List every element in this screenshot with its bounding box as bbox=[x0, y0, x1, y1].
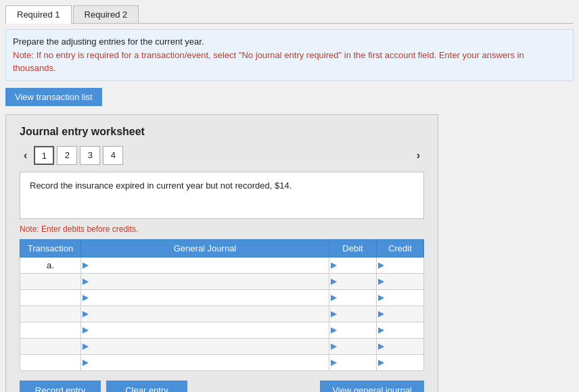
transaction-cell bbox=[20, 289, 81, 305]
debit-input[interactable] bbox=[329, 290, 376, 305]
transaction-cell bbox=[20, 338, 81, 354]
debit-cell[interactable]: ▶ bbox=[329, 289, 377, 305]
credit-cell[interactable]: ▶ bbox=[377, 257, 424, 273]
tab-required1[interactable]: Required 1 bbox=[5, 5, 72, 24]
instructions-box: Prepare the adjusting entries for the cu… bbox=[5, 29, 574, 81]
instructions-note: Note: If no entry is required for a tran… bbox=[13, 49, 566, 75]
general-journal-input[interactable] bbox=[81, 258, 329, 273]
view-general-journal-button[interactable]: View general journal bbox=[320, 381, 424, 393]
col-debit: Debit bbox=[329, 239, 377, 257]
tabs-bar: Required 1 Required 2 bbox=[5, 5, 574, 24]
debit-cell[interactable]: ▶ bbox=[329, 354, 377, 370]
debit-input[interactable] bbox=[329, 355, 376, 370]
clear-entry-button[interactable]: Clear entry bbox=[106, 381, 187, 393]
general-journal-cell[interactable]: ▶ bbox=[81, 322, 329, 338]
general-journal-input[interactable] bbox=[81, 274, 329, 289]
debit-input[interactable] bbox=[329, 306, 376, 322]
debit-input[interactable] bbox=[329, 322, 376, 338]
general-journal-cell[interactable]: ▶ bbox=[81, 354, 329, 370]
credit-cell[interactable]: ▶ bbox=[377, 322, 424, 338]
credit-cell[interactable]: ▶ bbox=[377, 338, 424, 354]
table-row: ▶▶▶ bbox=[20, 322, 424, 338]
worksheet-title: Journal entry worksheet bbox=[20, 126, 424, 138]
credit-input[interactable] bbox=[377, 322, 423, 338]
table-row: ▶▶▶ bbox=[20, 273, 424, 289]
worksheet-container: Journal entry worksheet ‹ 1 2 3 4 › Reco… bbox=[5, 114, 438, 393]
transaction-cell: a. bbox=[20, 257, 81, 273]
credit-input[interactable] bbox=[377, 355, 423, 370]
page-btn-4[interactable]: 4 bbox=[103, 146, 123, 165]
general-journal-cell[interactable]: ▶ bbox=[81, 257, 329, 273]
credit-cell[interactable]: ▶ bbox=[377, 354, 424, 370]
page-btn-1[interactable]: 1 bbox=[34, 146, 54, 165]
debit-input[interactable] bbox=[329, 258, 376, 273]
instructions-main: Prepare the adjusting entries for the cu… bbox=[13, 35, 566, 49]
general-journal-input[interactable] bbox=[81, 306, 329, 322]
tab-required2[interactable]: Required 2 bbox=[73, 5, 139, 23]
transaction-cell bbox=[20, 305, 81, 322]
nav-row: ‹ 1 2 3 4 › bbox=[20, 146, 424, 165]
page-btn-2[interactable]: 2 bbox=[57, 146, 77, 165]
view-transaction-button[interactable]: View transaction list bbox=[5, 88, 102, 106]
description-box: Record the insurance expired in current … bbox=[20, 172, 424, 219]
debit-cell[interactable]: ▶ bbox=[329, 338, 377, 354]
general-journal-cell[interactable]: ▶ bbox=[81, 289, 329, 305]
general-journal-cell[interactable]: ▶ bbox=[81, 273, 329, 289]
record-entry-button[interactable]: Record entry bbox=[20, 381, 101, 393]
credit-cell[interactable]: ▶ bbox=[377, 305, 424, 322]
bottom-buttons: Record entry Clear entry View general jo… bbox=[20, 381, 424, 393]
general-journal-cell[interactable]: ▶ bbox=[81, 338, 329, 354]
general-journal-cell[interactable]: ▶ bbox=[81, 305, 329, 322]
note-debits: Note: Enter debits before credits. bbox=[20, 224, 424, 234]
general-journal-input[interactable] bbox=[81, 355, 329, 370]
general-journal-input[interactable] bbox=[81, 290, 329, 305]
col-transaction: Transaction bbox=[20, 239, 81, 257]
prev-page-button[interactable]: ‹ bbox=[20, 148, 31, 163]
credit-input[interactable] bbox=[377, 274, 423, 289]
credit-cell[interactable]: ▶ bbox=[377, 289, 424, 305]
next-page-button[interactable]: › bbox=[413, 148, 424, 163]
general-journal-input[interactable] bbox=[81, 339, 329, 354]
transaction-cell bbox=[20, 354, 81, 370]
debit-cell[interactable]: ▶ bbox=[329, 273, 377, 289]
table-row: ▶▶▶ bbox=[20, 289, 424, 305]
debit-cell[interactable]: ▶ bbox=[329, 322, 377, 338]
debit-cell[interactable]: ▶ bbox=[329, 257, 377, 273]
debit-cell[interactable]: ▶ bbox=[329, 305, 377, 322]
transaction-cell bbox=[20, 322, 81, 338]
page-btn-3[interactable]: 3 bbox=[80, 146, 100, 165]
credit-cell[interactable]: ▶ bbox=[377, 273, 424, 289]
table-row: a.▶▶▶ bbox=[20, 257, 424, 273]
credit-input[interactable] bbox=[377, 258, 423, 273]
description-text: Record the insurance expired in current … bbox=[30, 180, 292, 191]
debit-input[interactable] bbox=[329, 274, 376, 289]
credit-input[interactable] bbox=[377, 306, 423, 322]
credit-input[interactable] bbox=[377, 339, 423, 354]
journal-table: Transaction General Journal Debit Credit… bbox=[20, 239, 424, 371]
col-credit: Credit bbox=[377, 239, 424, 257]
table-row: ▶▶▶ bbox=[20, 305, 424, 322]
table-row: ▶▶▶ bbox=[20, 338, 424, 354]
credit-input[interactable] bbox=[377, 290, 423, 305]
debit-input[interactable] bbox=[329, 339, 376, 354]
col-general-journal: General Journal bbox=[81, 239, 329, 257]
general-journal-input[interactable] bbox=[81, 322, 329, 338]
transaction-cell bbox=[20, 273, 81, 289]
table-row: ▶▶▶ bbox=[20, 354, 424, 370]
